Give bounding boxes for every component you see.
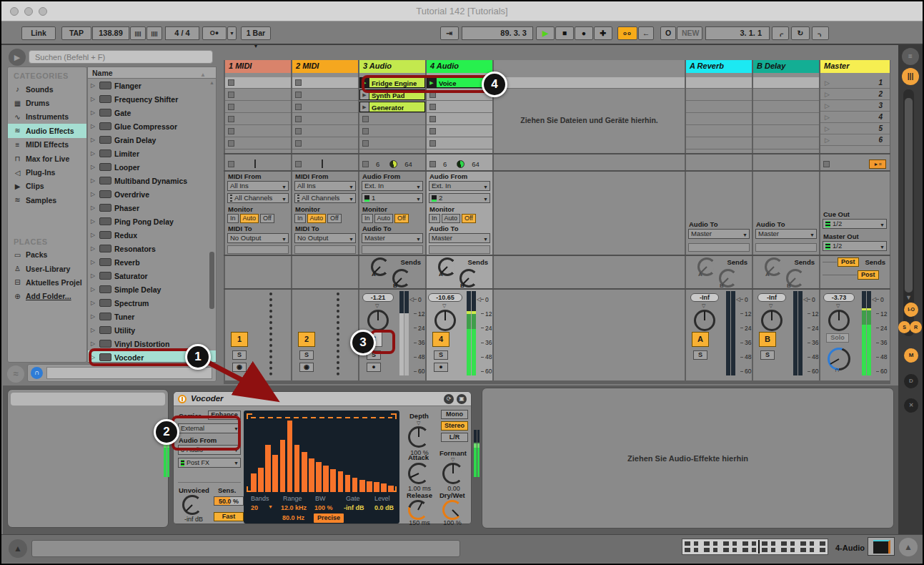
send-a-knob[interactable]: A	[371, 257, 389, 276]
spectrum-band-bar[interactable]	[272, 455, 278, 492]
disclosure-icon[interactable]: ▷	[91, 272, 96, 279]
disclosure-icon[interactable]: ▷	[91, 82, 96, 89]
clip-slot[interactable]	[427, 138, 492, 149]
return-activator-a[interactable]: A	[692, 332, 709, 347]
stop-all-clips-icon[interactable]	[362, 161, 369, 167]
release-knob[interactable]	[408, 500, 428, 520]
clip-stop-icon[interactable]	[429, 128, 436, 134]
device-list-item[interactable]: ▷ Ping Pong Delay	[88, 215, 216, 228]
crossfade-strip[interactable]	[362, 245, 423, 254]
back-to-arrangement-session-icon[interactable]: ►≡	[869, 159, 886, 169]
save-preset-icon[interactable]: ▣	[457, 394, 467, 404]
audio-to-select[interactable]: Master▼	[429, 233, 490, 243]
monitor-auto-button[interactable]: Auto	[307, 214, 327, 223]
clip-stop-icon[interactable]	[228, 116, 234, 122]
clip-play-icon[interactable]: ▶	[360, 78, 369, 87]
clip-slot[interactable]	[359, 114, 425, 125]
clip-slot[interactable]	[427, 126, 492, 137]
clip-slot[interactable]	[359, 138, 425, 149]
sidebar-category-item[interactable]: ▶ Clips	[8, 180, 86, 193]
spectrum-band-bar[interactable]	[302, 452, 307, 492]
monitor-in-button[interactable]: In	[429, 214, 440, 223]
send-b-knob[interactable]: B	[459, 269, 478, 288]
volume-value[interactable]: -Inf	[690, 293, 719, 302]
list-scrollbar[interactable]: ▲	[209, 80, 215, 362]
spectrum-ceiling-line[interactable]	[251, 417, 392, 418]
device-list-item[interactable]: ▷ Redux	[88, 228, 216, 242]
arm-button-3[interactable]: ●	[367, 363, 381, 372]
return-header-b[interactable]: B Delay	[753, 60, 819, 73]
carrier-audio-from-select[interactable]: 3-Audio▼	[178, 445, 241, 455]
show-crossfade-toggle[interactable]: ✕	[904, 398, 918, 413]
disclosure-icon[interactable]: ▷	[91, 218, 96, 225]
clip-stop-icon[interactable]	[362, 140, 369, 147]
clip-stop-icon[interactable]	[295, 104, 302, 110]
disclosure-icon[interactable]: ▷	[91, 286, 96, 293]
show-detail-toggle[interactable]: ▲	[899, 538, 918, 556]
crossfade-strip[interactable]	[294, 245, 356, 254]
spectrum-band-bar[interactable]	[352, 478, 358, 492]
clip-slot[interactable]	[427, 114, 492, 125]
disclosure-icon[interactable]: ▷	[91, 150, 96, 157]
master-out-select[interactable]: 1/2▼	[823, 241, 887, 251]
automation-arm-button[interactable]: O	[660, 26, 676, 40]
track-activator-1[interactable]: 1	[231, 332, 248, 347]
track-activator-2[interactable]: 2	[298, 332, 315, 347]
arm-button-4[interactable]: ●	[434, 363, 448, 372]
monitor-in-button[interactable]: In	[362, 214, 373, 223]
spectrum-band-bar[interactable]	[367, 481, 372, 492]
sidebar-place-item[interactable]: ▭ Packs	[8, 248, 86, 262]
scene-slot[interactable]: ▷ 6	[820, 134, 890, 146]
track-header-1[interactable]: 1 MIDI	[225, 60, 291, 73]
range-high-value[interactable]: 12.0 kHz	[281, 504, 307, 511]
clip-stop-icon[interactable]	[228, 128, 234, 134]
clip-slot[interactable]	[292, 138, 358, 149]
clip-slot[interactable]	[225, 102, 291, 113]
metronome-button[interactable]: O●	[202, 26, 227, 40]
audio-to-select[interactable]: Master▼	[362, 233, 423, 243]
input-channel-select[interactable]: 1▼	[362, 193, 423, 203]
clip-stop-icon[interactable]	[429, 92, 436, 98]
scroll-up-icon[interactable]: ▲	[209, 80, 215, 85]
capture-new-button[interactable]: NEW	[677, 26, 702, 40]
show-mixer-toggle[interactable]: M	[904, 348, 918, 363]
clip-slot[interactable]: ▶ Fridge Engine	[359, 77, 425, 89]
mono-button[interactable]: Mono	[441, 410, 468, 419]
scene-slot[interactable]: ▷ 3	[820, 100, 890, 112]
pan-knob[interactable]	[828, 310, 850, 331]
clip-synth-pad[interactable]: ▶ Synth Pad	[359, 89, 425, 100]
disclosure-icon[interactable]: ▷	[91, 164, 96, 170]
arrangement-record-button[interactable]: ●	[575, 26, 593, 40]
spectrum-band-bar[interactable]	[265, 445, 271, 492]
spectrum-band-bar[interactable]	[280, 440, 286, 492]
session-drop-zone[interactable]: Ziehen Sie Dateien und Geräte hierhin.	[494, 89, 685, 150]
tap-tempo-button[interactable]: TAP	[61, 26, 91, 40]
device-list-item[interactable]: ▷ Looper	[88, 160, 216, 174]
pan-knob[interactable]	[694, 310, 715, 331]
sidebar-place-item[interactable]: ♙ User-Library	[8, 262, 86, 275]
track-header-4[interactable]: 4 Audio	[427, 60, 492, 73]
arrangement-view-icon[interactable]: ≡	[902, 48, 919, 65]
spectrum-band-bar[interactable]	[309, 458, 314, 492]
show-info-toggle[interactable]: ▲	[9, 539, 27, 558]
device-power-button[interactable]	[178, 395, 187, 403]
device-list-item[interactable]: ▷ Flanger	[88, 79, 216, 92]
monitor-auto-button[interactable]: Auto	[442, 214, 461, 223]
formant-knob[interactable]	[442, 463, 464, 484]
crossfade-strip[interactable]	[429, 245, 490, 254]
clip-stop-icon[interactable]	[429, 140, 436, 147]
device-chain-thumbnail[interactable]	[868, 537, 895, 556]
loop-button[interactable]: ↻	[791, 26, 810, 40]
browser-collapse-icon[interactable]: ▶	[9, 49, 26, 66]
hot-swap-icon[interactable]: ⟳	[444, 394, 454, 404]
device-list-item[interactable]: ▷ Limiter	[88, 147, 216, 160]
clip-stop-row[interactable]: 6 64	[359, 158, 425, 170]
vocoder-spectrum-display[interactable]: Bands Range BW Gate Level 20 ▼ 12.0 kHz …	[244, 411, 399, 524]
gate-value[interactable]: -inf dB	[344, 504, 364, 511]
range-low-value[interactable]: 80.0 Hz	[282, 514, 304, 521]
clip-stop-icon[interactable]	[362, 116, 369, 122]
sidebar-place-item[interactable]: ⊕ Add Folder...	[8, 290, 86, 303]
master-solo-button[interactable]: Solo	[826, 333, 849, 343]
solo-button-4[interactable]: S	[434, 350, 448, 360]
attack-knob[interactable]	[408, 463, 429, 484]
